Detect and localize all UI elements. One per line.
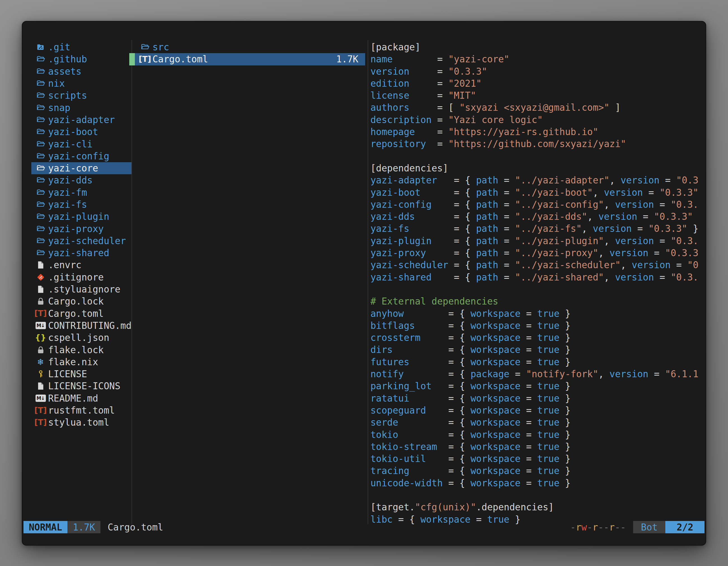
dir-row[interactable]: yazi-adapter xyxy=(31,114,131,126)
preview-line: serde = { workspace = true } xyxy=(370,416,706,428)
preview-line: yazi-plugin = { path = "../yazi-plugin",… xyxy=(370,235,706,247)
file-name: yazi-fm xyxy=(48,187,87,198)
dir-row[interactable]: nix xyxy=(31,78,131,90)
file-row[interactable]: .envrc xyxy=(31,259,131,271)
dir-row[interactable]: scripts xyxy=(31,90,131,102)
file-name: yazi-config xyxy=(48,151,109,162)
dir-row[interactable]: yazi-fs xyxy=(31,199,131,211)
status-filename: Cargo.toml xyxy=(108,522,163,533)
file-row[interactable]: .gitignore xyxy=(31,271,131,283)
dir-row[interactable]: yazi-fm xyxy=(31,187,131,199)
file-name: rustfmt.toml xyxy=(48,405,115,416)
preview-line xyxy=(370,283,706,295)
file-row[interactable]: M↓README.md xyxy=(31,392,131,404)
file-row[interactable]: flake.lock xyxy=(31,344,131,356)
folder-open-icon xyxy=(35,164,46,173)
file-name: stylua.toml xyxy=(48,417,109,428)
folder-open-icon xyxy=(35,55,46,64)
file-row[interactable]: [T]Cargo.toml1.7K xyxy=(129,53,365,65)
preview-line: yazi-boot = { path = "../yazi-boot", ver… xyxy=(370,187,706,199)
file-row[interactable]: LICENSE xyxy=(31,368,131,380)
file-row[interactable]: {}cspell.json xyxy=(31,332,131,344)
dir-row[interactable]: yazi-config xyxy=(31,150,131,162)
folder-open-icon xyxy=(35,152,46,161)
file-row[interactable]: [T]Cargo.toml xyxy=(31,307,131,319)
file-name: yazi-core xyxy=(48,163,98,174)
file-size-badge: 1.7K xyxy=(67,521,100,533)
folder-open-icon xyxy=(35,188,46,197)
terminal-window: .git.githubassetsnixscriptssnapyazi-adap… xyxy=(22,21,706,546)
preview-line xyxy=(370,489,706,501)
tab-indicator-badge: 2/2 xyxy=(665,521,704,533)
preview-line: crossterm = { workspace = true } xyxy=(370,332,706,344)
git-folder-icon xyxy=(35,43,46,51)
dir-row[interactable]: yazi-cli xyxy=(31,138,131,150)
preview-line: yazi-dds = { path = "../yazi-dds", versi… xyxy=(370,211,706,223)
file-name: nix xyxy=(48,78,65,89)
file-row[interactable]: .styluaignore xyxy=(31,283,131,295)
dir-row[interactable]: yazi-plugin xyxy=(31,211,131,223)
dir-row[interactable]: src xyxy=(129,41,365,53)
folder-open-icon xyxy=(35,128,46,136)
file-row[interactable]: LICENSE-ICONS xyxy=(31,380,131,392)
status-bar-left: NORMAL 1.7K Cargo.toml xyxy=(24,521,163,533)
folder-open-icon xyxy=(35,91,46,100)
file-name: README.md xyxy=(48,393,98,404)
preview-line: version = "0.3.3" xyxy=(370,65,706,78)
dir-row[interactable]: .github xyxy=(31,53,131,65)
toml-icon: [T] xyxy=(35,309,46,317)
file-name: src xyxy=(152,42,169,53)
dir-row[interactable]: yazi-shared xyxy=(31,247,131,259)
file-name: Cargo.toml xyxy=(48,308,104,319)
file-name: LICENSE-ICONS xyxy=(48,380,120,391)
preview-line xyxy=(370,150,706,162)
dir-row[interactable]: yazi-proxy xyxy=(31,223,131,235)
file-name: yazi-adapter xyxy=(48,114,115,125)
lock-icon xyxy=(35,297,46,305)
scroll-position-badge: Bot xyxy=(633,521,666,533)
folder-open-icon xyxy=(35,249,46,257)
toml-icon: [T] xyxy=(35,419,46,426)
dir-row[interactable]: yazi-scheduler xyxy=(31,235,131,247)
file-name: cspell.json xyxy=(48,332,109,343)
file-name: Cargo.toml xyxy=(152,54,208,65)
preview-line: dirs = { workspace = true } xyxy=(370,344,706,356)
file-name: assets xyxy=(48,66,81,77)
preview-line: unicode-width = { workspace = true } xyxy=(370,477,706,489)
preview-line: scopeguard = { workspace = true } xyxy=(370,404,706,416)
markdown-icon: M↓ xyxy=(35,322,46,329)
preview-line: ratatui = { workspace = true } xyxy=(370,392,706,404)
folder-open-icon xyxy=(35,67,46,76)
file-size: 1.7K xyxy=(336,54,358,65)
folder-open-icon xyxy=(35,176,46,185)
git-icon xyxy=(35,273,46,282)
dir-row[interactable]: assets xyxy=(31,65,131,78)
file-row[interactable]: [T]rustfmt.toml xyxy=(31,404,131,416)
pane-divider-right xyxy=(368,40,368,524)
file-name: yazi-proxy xyxy=(48,224,104,234)
preview-line: homepage = "https://yazi-rs.github.io" xyxy=(370,126,706,138)
preview-line: [package] xyxy=(370,41,706,53)
dir-row[interactable]: .git xyxy=(31,41,131,53)
dir-row[interactable]: yazi-dds xyxy=(31,174,131,186)
file-row[interactable]: ❄flake.nix xyxy=(31,356,131,368)
folder-open-icon xyxy=(35,79,46,88)
preview-line: license = "MIT" xyxy=(370,90,706,102)
dir-row[interactable]: yazi-core xyxy=(31,162,131,174)
file-icon xyxy=(35,382,46,390)
file-name: .envrc xyxy=(48,260,81,271)
dir-row[interactable]: snap xyxy=(31,102,131,114)
snowflake-icon: ❄ xyxy=(35,357,46,367)
current-directory-pane: src[T]Cargo.toml1.7K xyxy=(129,41,365,65)
preview-line: authors = [ "sxyazi <sxyazi@gmail.com>" … xyxy=(370,102,706,114)
file-row[interactable]: Cargo.lock xyxy=(31,295,131,307)
preview-line: [target."cfg(unix)".dependencies] xyxy=(370,501,706,513)
preview-line: tokio = { workspace = true } xyxy=(370,429,706,441)
dir-row[interactable]: yazi-boot xyxy=(31,126,131,138)
preview-line: futures = { workspace = true } xyxy=(370,356,706,368)
file-name: flake.nix xyxy=(48,356,98,367)
file-row[interactable]: [T]stylua.toml xyxy=(31,416,131,428)
preview-line: parking_lot = { workspace = true } xyxy=(370,380,706,392)
json-icon: {} xyxy=(35,334,46,342)
file-row[interactable]: M↓CONTRIBUTING.md xyxy=(31,319,131,332)
